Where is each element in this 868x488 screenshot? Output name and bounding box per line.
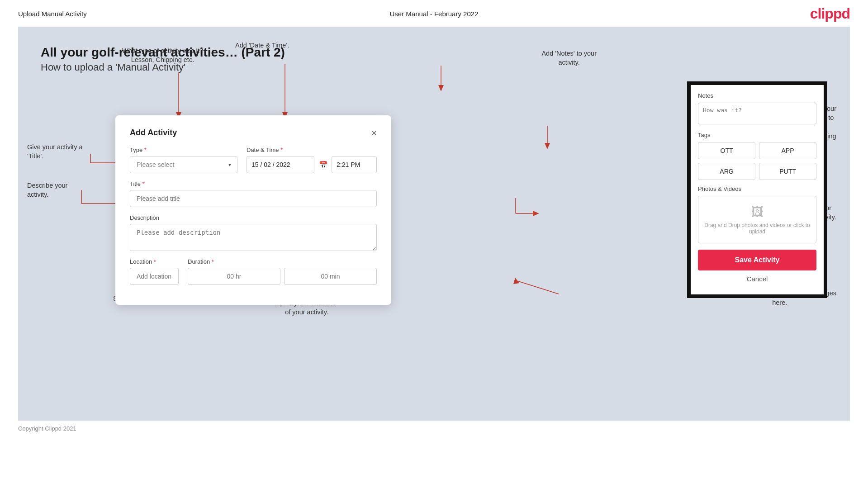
save-activity-button[interactable]: Save Activity: [698, 250, 816, 270]
photo-hint: Drag and Drop photos and videos or click…: [703, 222, 811, 235]
svg-marker-22: [513, 278, 519, 284]
close-button[interactable]: ×: [371, 128, 377, 137]
photo-icon: 🖼: [703, 204, 811, 219]
tag-putt[interactable]: PUTT: [759, 163, 816, 180]
tag-ott[interactable]: OTT: [698, 142, 755, 159]
photo-drop-zone[interactable]: 🖼 Drag and Drop photos and videos or cli…: [698, 196, 816, 243]
page-title: Upload Manual Activity: [18, 10, 87, 18]
duration-label: Duration *: [188, 258, 377, 265]
footer: Copyright Clippd 2021: [0, 421, 868, 436]
tag-arg[interactable]: ARG: [698, 163, 755, 180]
time-input[interactable]: [332, 156, 377, 173]
annotation-datetime: Add 'Date & Time'.: [235, 41, 289, 50]
svg-marker-20: [533, 211, 539, 216]
datetime-label: Date & Time *: [247, 147, 377, 153]
manual-title: User Manual - February 2022: [390, 10, 479, 18]
copyright: Copyright Clippd 2021: [18, 425, 76, 432]
tags-label: Tags: [698, 132, 816, 138]
phone-panel: Notes Tags OTT APP ARG PUTT Photos & Vid…: [687, 81, 827, 298]
main-content: All your golf-relevant activities… (Part…: [18, 27, 850, 421]
date-input[interactable]: [247, 156, 314, 173]
calendar-icon: 📅: [319, 161, 328, 169]
type-datetime-row: Type * Please select Date & Time * 📅: [130, 147, 377, 173]
title-label: Title *: [130, 180, 377, 187]
type-group: Type * Please select: [130, 147, 237, 173]
notes-label: Notes: [698, 92, 816, 99]
type-select[interactable]: Please select: [130, 156, 237, 173]
tags-grid: OTT APP ARG PUTT: [698, 142, 816, 180]
datetime-group: Date & Time * 📅: [247, 147, 377, 173]
duration-hr-input[interactable]: [188, 268, 280, 285]
header: Upload Manual Activity User Manual - Feb…: [0, 0, 868, 22]
location-input[interactable]: [130, 268, 179, 285]
annotation-description: Describe your activity.: [27, 181, 67, 199]
title-group: Title *: [130, 180, 377, 207]
duration-min-input[interactable]: [284, 268, 377, 285]
annotation-title: Give your activity a 'Title'.: [27, 142, 83, 161]
title-input[interactable]: [130, 190, 377, 207]
svg-marker-17: [545, 143, 550, 149]
location-group: Location *: [130, 258, 179, 285]
photos-label: Photos & Videos: [698, 185, 816, 192]
phone-panel-inner: Notes Tags OTT APP ARG PUTT Photos & Vid…: [691, 85, 824, 294]
add-activity-dialog: Add Activity × Type * Please select Date…: [115, 115, 391, 305]
location-label: Location *: [130, 258, 179, 265]
duration-group: Duration *: [188, 258, 377, 285]
type-label: Type *: [130, 147, 237, 153]
date-time-group: 📅: [247, 156, 377, 173]
dialog-header: Add Activity ×: [130, 128, 377, 137]
tag-app[interactable]: APP: [759, 142, 816, 159]
duration-inputs: [188, 268, 377, 285]
logo: clippd: [810, 5, 850, 22]
description-input[interactable]: [130, 224, 377, 251]
description-group: Description: [130, 214, 377, 251]
location-duration-row: Location * Duration *: [130, 258, 377, 285]
dialog-title: Add Activity: [130, 128, 177, 137]
svg-line-21: [516, 280, 559, 294]
cancel-link[interactable]: Cancel: [698, 275, 816, 287]
type-select-wrapper: Please select: [130, 156, 237, 173]
annotation-type: What type of activity was it? Lesson, Ch…: [122, 46, 203, 65]
svg-marker-15: [438, 85, 444, 91]
annotation-notes: Add 'Notes' to your activity.: [541, 49, 597, 67]
notes-input[interactable]: [698, 103, 816, 124]
description-label: Description: [130, 214, 377, 221]
